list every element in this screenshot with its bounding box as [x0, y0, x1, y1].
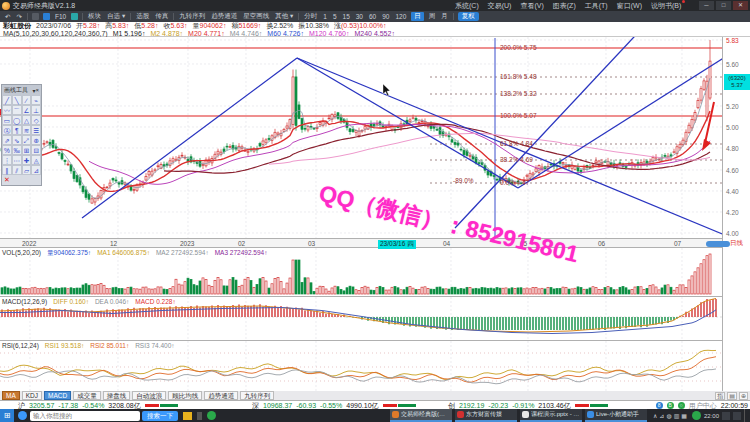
- tool-板块[interactable]: 板块: [87, 12, 102, 21]
- menu-5[interactable]: 工具(T): [585, 1, 608, 11]
- rsi-panel[interactable]: RSI(6,12,24)RSI1 93.518↑RSI2 85.011↑RSI3…: [0, 340, 722, 391]
- draw-tool-26[interactable]: ⋯: [12, 155, 22, 165]
- draw-tool-32[interactable]: ⊿: [31, 165, 41, 175]
- close-button[interactable]: ✕: [733, 1, 748, 10]
- draw-tool-21[interactable]: %: [2, 145, 12, 155]
- draw-tool-19[interactable]: ⤢: [22, 135, 32, 145]
- draw-tool-20[interactable]: ⊕: [31, 135, 41, 145]
- draw-tool-28[interactable]: ◬: [31, 155, 41, 165]
- delete-drawing-icon[interactable]: ✕: [4, 176, 10, 184]
- draw-tool-15[interactable]: ≋: [22, 125, 32, 135]
- draw-tool-29[interactable]: ∥: [2, 165, 12, 175]
- quick-icon-4[interactable]: [71, 13, 78, 20]
- status-green-icon[interactable]: B: [667, 402, 674, 409]
- palette-close-icon[interactable]: ×: [35, 87, 39, 93]
- quick-icon-2[interactable]: [43, 13, 50, 20]
- volume-panel[interactable]: VOL(5,20,20)量904062.375↑MA1 646006.875↑M…: [0, 248, 722, 296]
- menu-7[interactable]: 说明书(B): [651, 1, 681, 11]
- status-circle-icon[interactable]: ○: [678, 402, 685, 409]
- tray-icon-1[interactable]: ∧: [653, 413, 657, 419]
- draw-tool-25[interactable]: ⋮: [2, 155, 12, 165]
- period-5[interactable]: 5: [332, 13, 338, 20]
- tab-MACD[interactable]: MACD: [44, 391, 71, 400]
- draw-tool-9[interactable]: ▭: [2, 115, 12, 125]
- draw-tool-2[interactable]: ╲: [12, 95, 22, 105]
- draw-tool-16[interactable]: ☰: [31, 125, 41, 135]
- tool-自选[interactable]: 自选 ▾: [106, 12, 126, 21]
- chart-scrollbar[interactable]: [706, 241, 730, 247]
- adjust-button[interactable]: 复权: [458, 12, 479, 21]
- minimize-button[interactable]: ─: [699, 1, 714, 10]
- tool-选股[interactable]: 选股: [135, 12, 150, 21]
- status-blue-icon[interactable]: 8: [656, 402, 663, 409]
- draw-tool-13[interactable]: Ⓐ: [2, 125, 12, 135]
- action-center-icon[interactable]: [733, 412, 741, 420]
- draw-tool-8[interactable]: ⊥: [31, 105, 41, 115]
- period-日[interactable]: 日: [411, 12, 424, 21]
- period-60[interactable]: 60: [368, 13, 377, 20]
- draw-tool-11[interactable]: △: [22, 115, 32, 125]
- tray-icon-3[interactable]: ◍: [666, 413, 671, 419]
- main-chart[interactable]: 200.0% 5.75100.0% 5.07161.8% 5.48138.2% …: [0, 37, 722, 238]
- tray-icon-4[interactable]: ▥: [674, 413, 680, 419]
- tool-星空画线[interactable]: 星空画线: [242, 12, 270, 21]
- period-120[interactable]: 120: [394, 13, 407, 20]
- tab-KDJ[interactable]: KDJ: [22, 391, 42, 400]
- period-月[interactable]: 月: [440, 12, 449, 21]
- draw-tool-14[interactable]: ¶: [12, 125, 22, 135]
- tool-其他[interactable]: 其他 ▾: [274, 12, 294, 21]
- palette-header[interactable]: 画线工具 ▾ ×: [2, 85, 41, 95]
- period-30[interactable]: 30: [355, 13, 364, 20]
- draw-tool-5[interactable]: 〰: [2, 105, 12, 115]
- draw-tool-27[interactable]: ✚: [22, 155, 32, 165]
- f10-button[interactable]: F10: [54, 13, 67, 20]
- menu-3[interactable]: 查看(V): [520, 1, 543, 11]
- draw-tool-17[interactable]: ⇗: [2, 135, 12, 145]
- tab-顾比均线[interactable]: 顾比均线: [168, 391, 202, 400]
- start-button[interactable]: ⊞: [0, 409, 14, 422]
- period-15[interactable]: 15: [342, 13, 351, 20]
- time-axis[interactable]: 202212202302030405060723/03/16 四: [0, 238, 722, 248]
- security-app-icon[interactable]: [207, 411, 216, 420]
- draw-tool-22[interactable]: ‰: [12, 145, 22, 155]
- menu-1[interactable]: 系统(C): [455, 1, 479, 11]
- tool-九转序列[interactable]: 九转序列: [178, 12, 206, 21]
- menu-2[interactable]: 交易(U): [488, 1, 512, 11]
- tray-icon-5[interactable]: ▦: [681, 413, 687, 419]
- draw-tool-4[interactable]: ⌁: [31, 95, 41, 105]
- tray-icon-2[interactable]: ⊿: [659, 413, 664, 419]
- draw-tools-palette[interactable]: 画线工具 ▾ × ╱╲∕⌁〰⌒∠⊥▭◯△◇Ⓐ¶≋☰⇗⇘⤢⊕%‰⊞⊟⋮⋯✚◬∥⫽▱…: [1, 84, 42, 186]
- tab-自动波浪[interactable]: 自动波浪: [132, 391, 166, 400]
- taskbar-mini-icon[interactable]: [197, 412, 202, 420]
- corner-icon-2[interactable]: ▤: [727, 392, 737, 400]
- draw-tool-1[interactable]: ╱: [2, 95, 12, 105]
- corner-icon-1[interactable]: 指: [715, 392, 725, 400]
- task-button-1[interactable]: 交易师经典版(彩虹股...: [390, 409, 452, 422]
- task-button-3[interactable]: 课程演示.pptx - WP...: [520, 409, 582, 422]
- show-desktop-button[interactable]: [744, 409, 748, 422]
- notification-icon[interactable]: [722, 412, 730, 420]
- wechat-icon[interactable]: [692, 411, 701, 420]
- draw-tool-6[interactable]: ⌒: [12, 105, 22, 115]
- draw-tool-12[interactable]: ◇: [31, 115, 41, 125]
- tab-趋势通道[interactable]: 趋势通道: [204, 391, 238, 400]
- period-分时[interactable]: 分时: [303, 12, 318, 21]
- menu-6[interactable]: 窗口(W): [617, 1, 642, 11]
- period-1[interactable]: 1: [322, 13, 328, 20]
- menu-4[interactable]: 图表(Z): [553, 1, 576, 11]
- tool-传真[interactable]: 传真: [154, 12, 169, 21]
- browser-icon[interactable]: [18, 411, 27, 420]
- draw-tool-10[interactable]: ◯: [12, 115, 22, 125]
- search-input[interactable]: [30, 411, 140, 421]
- taskbar-search[interactable]: [30, 411, 140, 421]
- draw-tool-30[interactable]: ⫽: [12, 165, 22, 175]
- macd-panel[interactable]: MACD(12,26,9)DIFF 0.160↑DEA 0.046↑MACD 0…: [0, 296, 722, 340]
- tab-MA[interactable]: MA: [2, 391, 20, 400]
- maximize-button[interactable]: □: [716, 1, 731, 10]
- draw-tool-18[interactable]: ⇘: [12, 135, 22, 145]
- period-90[interactable]: 90: [381, 13, 390, 20]
- draw-tool-31[interactable]: ▱: [22, 165, 32, 175]
- tool-趋势通道[interactable]: 趋势通道: [210, 12, 238, 21]
- draw-tool-24[interactable]: ⊟: [31, 145, 41, 155]
- period-周[interactable]: 周: [428, 12, 437, 21]
